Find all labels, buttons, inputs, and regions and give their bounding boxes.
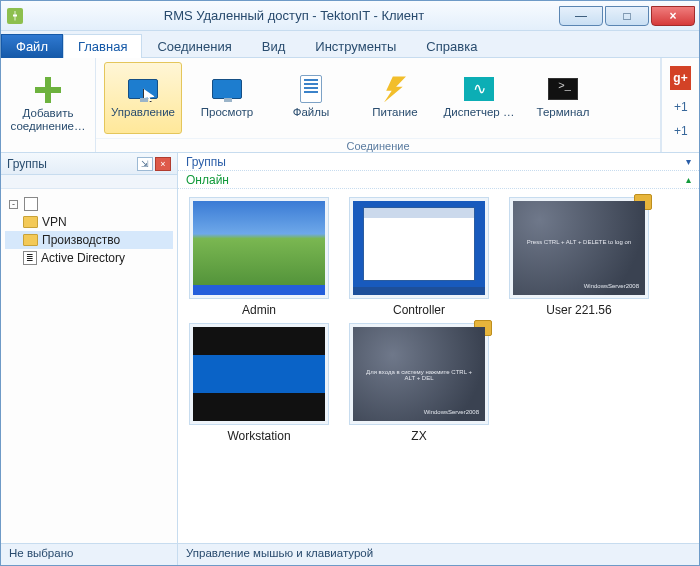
tab-view[interactable]: Вид (247, 34, 301, 58)
folder-icon (23, 216, 38, 228)
connection-controller[interactable]: Controller (344, 197, 494, 317)
sidebar-pin-button[interactable]: ⇲ (137, 157, 153, 171)
status-left: Не выбрано (1, 544, 178, 565)
screenshot-app (353, 201, 485, 295)
connection-admin[interactable]: Admin (184, 197, 334, 317)
screenshot-ws (193, 327, 325, 421)
plus-one-b[interactable]: +1 (670, 124, 691, 138)
thumb-label: Workstation (227, 425, 290, 443)
screenshot-server: Для входа в систему нажмите CTRL + ALT +… (353, 327, 485, 421)
chevron-down-icon: ▾ (686, 156, 691, 167)
window-title: RMS Удаленный доступ - TektonIT - Клиент (29, 8, 559, 23)
terminal-icon: >_ (548, 78, 578, 100)
tab-file[interactable]: Файл (1, 34, 63, 58)
root-icon (24, 197, 38, 211)
tree-twisty[interactable]: - (9, 200, 18, 209)
thumb-label: ZX (411, 425, 426, 443)
taskmanager-button[interactable]: ∿ Диспетчер … (440, 62, 518, 134)
plus-one-a[interactable]: +1 (670, 100, 691, 114)
sidebar-close-button[interactable]: × (155, 157, 171, 171)
sidebar-title: Группы ⇲ × (1, 153, 177, 175)
power-button[interactable]: Питание (356, 62, 434, 134)
ribbon: Файл Главная Соединения Вид Инструменты … (1, 31, 699, 153)
server-text: Press CTRL + ALT + DELETE to log on (521, 239, 637, 245)
tree-root[interactable]: - (5, 195, 173, 213)
add-connection-button[interactable]: Добавить соединение… (9, 69, 87, 141)
app-window: RMS Удаленный доступ - TektonIT - Клиент… (0, 0, 700, 566)
section-groups[interactable]: Группы ▾ (178, 153, 699, 171)
close-button[interactable]: × (651, 6, 695, 26)
thumbnails: Admin Controller Press CTRL + ALT + DELE… (178, 189, 699, 543)
sidebar: Группы ⇲ × - VPN Производство (1, 153, 178, 543)
section-online-label: Онлайн (186, 173, 229, 187)
server-logo: WindowsServer2008 (424, 409, 479, 415)
monitor-icon (212, 79, 242, 99)
app-icon (7, 8, 23, 24)
directory-icon: ≣ (23, 251, 37, 265)
terminal-button[interactable]: >_ Терминал (524, 62, 602, 134)
add-connection-label: Добавить соединение… (11, 107, 86, 133)
power-label: Питание (372, 106, 417, 119)
minimize-button[interactable]: — (559, 6, 603, 26)
files-label: Файлы (293, 106, 330, 119)
thumb-label: User 221.56 (546, 299, 611, 317)
ribbon-group-name: Соединение (96, 138, 660, 154)
plus-icon (35, 77, 61, 103)
tree: - VPN Производство ≣ Active Directory (1, 189, 177, 543)
main-area: Группы ⇲ × - VPN Производство (1, 153, 699, 543)
monitor-cursor-icon (128, 79, 158, 99)
folder-icon (23, 234, 38, 246)
content-area: Группы ▾ Онлайн ▴ Admin Controller (178, 153, 699, 543)
pulse-icon: ∿ (464, 77, 494, 101)
connection-zx[interactable]: Для входа в систему нажмите CTRL + ALT +… (344, 323, 494, 443)
maximize-button[interactable]: □ (605, 6, 649, 26)
google-plus-icon[interactable]: g+ (670, 66, 691, 90)
tree-item-ad[interactable]: ≣ Active Directory (5, 249, 173, 267)
tree-label-ad: Active Directory (41, 251, 125, 265)
section-online[interactable]: Онлайн ▴ (178, 171, 699, 189)
view-label: Просмотр (201, 106, 254, 119)
statusbar: Не выбрано Управление мышью и клавиатуро… (1, 543, 699, 565)
connection-workstation[interactable]: Workstation (184, 323, 334, 443)
tree-label-vpn: VPN (42, 215, 67, 229)
taskmanager-label: Диспетчер … (444, 106, 515, 119)
server-text: Для входа в систему нажмите CTRL + ALT +… (361, 369, 477, 381)
manage-button[interactable]: Управление (104, 62, 182, 134)
server-logo: WindowsServer2008 (584, 283, 639, 289)
ribbon-tabs: Файл Главная Соединения Вид Инструменты … (1, 31, 699, 57)
thumb-label: Admin (242, 299, 276, 317)
titlebar[interactable]: RMS Удаленный доступ - TektonIT - Клиент… (1, 1, 699, 31)
ribbon-body: Добавить соединение… Управление Просмотр (1, 57, 699, 152)
tab-main[interactable]: Главная (63, 34, 142, 58)
document-icon (300, 75, 322, 103)
section-groups-label: Группы (186, 155, 226, 169)
sidebar-title-text: Группы (7, 157, 47, 171)
tab-help[interactable]: Справка (411, 34, 492, 58)
tab-tools[interactable]: Инструменты (300, 34, 411, 58)
terminal-label: Терминал (537, 106, 590, 119)
manage-label: Управление (111, 106, 175, 119)
chevron-up-icon: ▴ (686, 174, 691, 185)
sidebar-toolbar (1, 175, 177, 189)
files-button[interactable]: Файлы (272, 62, 350, 134)
thumb-label: Controller (393, 299, 445, 317)
bolt-icon (384, 76, 406, 102)
view-button[interactable]: Просмотр (188, 62, 266, 134)
tree-item-prod[interactable]: Производство (5, 231, 173, 249)
tree-item-vpn[interactable]: VPN (5, 213, 173, 231)
tree-label-prod: Производство (42, 233, 120, 247)
screenshot-server: Press CTRL + ALT + DELETE to log on Wind… (513, 201, 645, 295)
screenshot-xp (193, 201, 325, 295)
status-right: Управление мышью и клавиатурой (178, 544, 699, 565)
tab-connections[interactable]: Соединения (142, 34, 246, 58)
share-panel: g+ +1 +1 (661, 58, 699, 152)
connection-user221[interactable]: Press CTRL + ALT + DELETE to log on Wind… (504, 197, 654, 317)
